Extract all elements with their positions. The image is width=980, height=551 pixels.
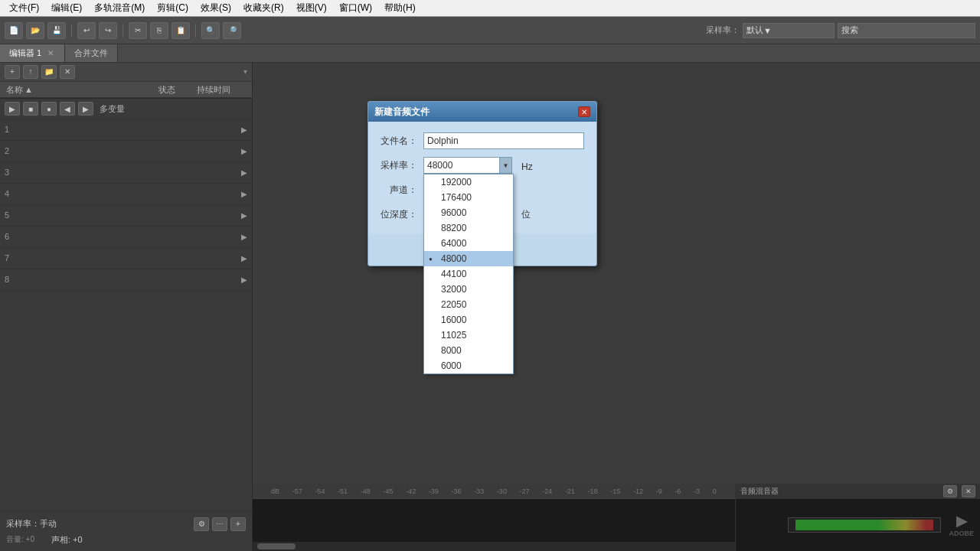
left-panel: + ↑ 📁 ✕ ▾ 名称 ▲ 状态 持续时间 ▶ ■ ● ◀ (0, 63, 253, 551)
scrollbar-thumb[interactable] (257, 543, 296, 549)
option-32000[interactable]: 32000 (424, 282, 513, 297)
left-btn-new[interactable]: + (5, 65, 20, 79)
menu-help[interactable]: 帮助(H) (378, 0, 422, 16)
toolbar-search[interactable]: 搜索 (838, 23, 975, 38)
tabbar: 编辑器 1 ✕ 合并文件 (0, 44, 980, 63)
toolbar-samplerate-value: 默认 (746, 24, 763, 36)
option-88200[interactable]: 88200 (424, 220, 513, 236)
option-11025[interactable]: 11025 (424, 328, 513, 343)
vu-settings-btn[interactable]: ⚙ (943, 485, 957, 497)
tab-editor[interactable]: 编辑器 1 ✕ (0, 44, 65, 62)
track-row-2: 2▶ (0, 141, 252, 162)
menu-edit[interactable]: 编辑(E) (45, 0, 88, 16)
toolbar-search-label: 搜索 (841, 24, 858, 36)
left-btn-folder[interactable]: 📁 (41, 65, 57, 79)
tc-more[interactable]: ⋯ (212, 517, 227, 531)
option-64000[interactable]: 64000 (424, 236, 513, 251)
menu-file[interactable]: 文件(F) (3, 0, 45, 16)
ruler-tick-10: -33 (474, 487, 484, 495)
filename-input[interactable] (423, 132, 584, 149)
scrollbar-area[interactable] (253, 542, 735, 551)
toolbar-cut[interactable]: ✂ (129, 22, 147, 39)
samplerate-dropdown-arrow[interactable]: ▼ (500, 157, 512, 174)
dialog-close-button[interactable]: ✕ (578, 106, 590, 117)
dialog-close-icon: ✕ (581, 108, 587, 116)
right-panel: 新建音频文件 ✕ 文件名： 采样率 (253, 63, 980, 551)
option-192000[interactable]: 192000 (424, 174, 513, 190)
vu-titlebar: 音频混音器 ⚙ ✕ (736, 484, 980, 499)
track-row-6: 6▶ (0, 227, 252, 248)
ruler-tick-17: -12 (633, 487, 643, 495)
option-96000[interactable]: 96000 (424, 205, 513, 220)
samplerate-select[interactable]: 48000 (423, 157, 500, 174)
track-row-4: 4▶ (0, 184, 252, 205)
ruler-tick-21: 0 (713, 487, 717, 495)
menu-clip[interactable]: 剪辑(C) (151, 0, 194, 16)
option-176400[interactable]: 176400 (424, 190, 513, 205)
toolbar-dropdown-arrow: ▼ (763, 26, 772, 35)
ruler-tick-11: -30 (497, 487, 507, 495)
left-btn-delete[interactable]: ✕ (60, 65, 75, 79)
option-44100[interactable]: 44100 (424, 266, 513, 282)
brand-label: ADOBE (949, 530, 974, 537)
tab-editor-close[interactable]: ✕ (46, 49, 55, 58)
toolbar-new[interactable]: 📄 (5, 22, 23, 39)
col-duration[interactable]: 持续时间 (191, 84, 252, 96)
toolbar-paste[interactable]: 📋 (172, 22, 190, 39)
toolbar-sep-2 (122, 24, 123, 37)
tc-vol-up[interactable]: + (230, 517, 246, 531)
menu-view[interactable]: 视图(V) (290, 0, 333, 16)
toolbar-copy[interactable]: ⎘ (150, 22, 168, 39)
samplerate-dropdown-list: 192000 176400 96000 88200 64000 48000 44… (423, 174, 514, 374)
option-48000[interactable]: 48000 (424, 251, 513, 266)
tc-play[interactable]: ▶ (5, 102, 20, 116)
tc-record[interactable]: ● (41, 102, 57, 116)
track-bottom: 采样率：手动 ⚙ ⋯ + 音量: +0 声相: +0 (0, 511, 252, 551)
ruler-tick-20: -3 (694, 487, 700, 495)
toolbar-undo[interactable]: ↩ (77, 22, 96, 39)
track-row-3: 3▶ (0, 162, 252, 184)
tc-pan-label: 声相: +0 (51, 534, 83, 546)
tc-settings[interactable]: ⚙ (194, 517, 209, 531)
option-16000[interactable]: 16000 (424, 312, 513, 328)
tab-merge-label: 合并文件 (74, 47, 108, 59)
filename-row: 文件名： (381, 132, 584, 149)
tc-stop[interactable]: ■ (23, 102, 38, 116)
tc-forward[interactable]: ▶ (78, 102, 93, 116)
option-22050[interactable]: 22050 (424, 297, 513, 312)
ruler-tick-8: -39 (429, 487, 439, 495)
menu-multitrack[interactable]: 多轨混音(M) (88, 0, 151, 16)
vu-close-btn[interactable]: ✕ (962, 485, 975, 497)
option-6000[interactable]: 6000 (424, 358, 513, 373)
left-panel-toggle[interactable]: ▾ (243, 67, 247, 76)
samplerate-label: 采样率： (381, 159, 417, 172)
col-status[interactable]: 状态 (152, 84, 191, 96)
menu-favorites[interactable]: 收藏夹(R) (237, 0, 290, 16)
ruler-tick-16: -15 (610, 487, 620, 495)
col-name-sort-icon: ▲ (24, 85, 33, 94)
track-row-7: 7▶ (0, 248, 252, 269)
tab-merge[interactable]: 合并文件 (65, 44, 118, 62)
toolbar-zoom-in[interactable]: 🔍 (201, 22, 220, 39)
samplerate-unit: Hz (521, 159, 533, 172)
toolbar-label: 采样率： (706, 24, 740, 36)
timeline-controls: ▶ ■ ● ◀ ▶ 多变量 (0, 98, 252, 119)
toolbar-open[interactable]: 📂 (26, 22, 44, 39)
col-name[interactable]: 名称 ▲ (0, 84, 152, 96)
dialog-overlay: 新建音频文件 ✕ 文件名： 采样率 (253, 63, 980, 484)
content-area: 新建音频文件 ✕ 文件名： 采样率 (253, 63, 980, 484)
menu-window[interactable]: 窗口(W) (333, 0, 378, 16)
left-btn-import[interactable]: ↑ (23, 65, 38, 79)
filename-label: 文件名： (381, 135, 417, 148)
menu-effects[interactable]: 效果(S) (194, 0, 237, 16)
toolbar-redo[interactable]: ↪ (99, 22, 117, 39)
tc-back[interactable]: ◀ (60, 102, 75, 116)
toolbar-samplerate-dropdown[interactable]: 默认 ▼ (743, 23, 835, 38)
option-8000[interactable]: 8000 (424, 343, 513, 358)
toolbar-save[interactable]: 💾 (47, 22, 66, 39)
toolbar-zoom-out[interactable]: 🔎 (223, 22, 241, 39)
track-left: 1▶ 2▶ 3▶ 4▶ 5▶ 6▶ 7▶ 8▶ (0, 119, 252, 511)
tc-mode-label: 多变量 (100, 103, 125, 115)
toolbar: 📄 📂 💾 ↩ ↪ ✂ ⎘ 📋 🔍 🔎 采样率： 默认 ▼ 搜索 (0, 17, 980, 44)
timeline-ruler: dB -57 -54 -51 -48 -45 -42 -39 -36 -33 -… (253, 484, 735, 499)
